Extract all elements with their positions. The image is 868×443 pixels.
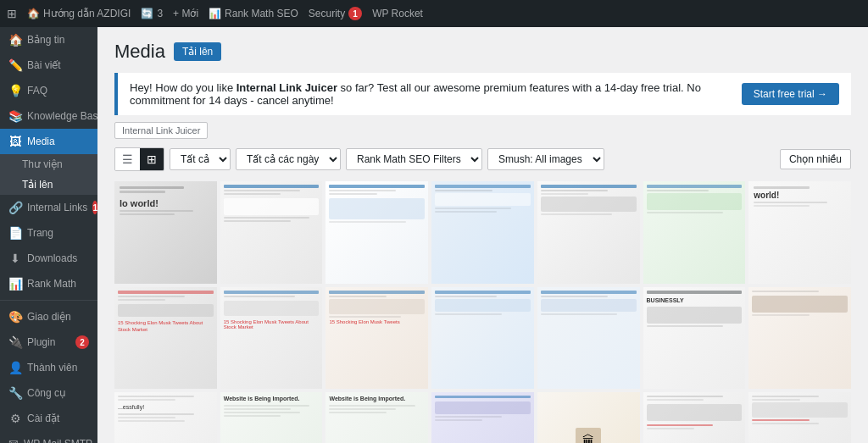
sidebar-item-giao-dien[interactable]: 🎨 Giao diện xyxy=(0,304,97,329)
media-item[interactable] xyxy=(431,287,534,390)
media-item[interactable] xyxy=(643,181,746,284)
sidebar-item-trang[interactable]: 📄 Trang xyxy=(0,220,97,246)
media-item[interactable] xyxy=(537,181,640,284)
page-header: Media Tải lên xyxy=(114,41,851,63)
knowledge-icon: 📚 xyxy=(8,109,22,123)
thanh-vien-icon: 👤 xyxy=(8,361,22,374)
updates-item[interactable]: 🔄 3 xyxy=(141,8,163,19)
media-item[interactable]: BUSINESSLY xyxy=(643,287,746,390)
sidebar-item-wp-mail-smtp[interactable]: ✉ WP Mail SMTP xyxy=(0,431,97,443)
filter-bar: ☰ ⊞ Tất cả Tất cả các ngày Rank Math SEO… xyxy=(114,147,851,171)
plugin-badge: 2 xyxy=(75,335,89,349)
admin-bar: ⊞ 🏠 Hướng dẫn AZDIGI 🔄 3 + Mới 📊 Rank Ma… xyxy=(0,0,868,27)
media-item[interactable]: 15 Shocking Elon Musk Tweets xyxy=(326,287,428,390)
sidebar-item-cai-dat[interactable]: ⚙ Cài đặt xyxy=(0,406,97,431)
media-item[interactable]: 🏛 xyxy=(537,392,640,443)
media-item[interactable] xyxy=(643,392,746,443)
media-grid: lo world! xyxy=(114,181,851,443)
media-item[interactable]: 15 Shocking Elon Musk Tweets About Stock… xyxy=(220,287,323,390)
notice-bar: Hey! How do you like Internal Link Juice… xyxy=(114,73,851,115)
sidebar-item-label: WP Mail SMTP xyxy=(24,438,92,443)
media-item[interactable]: world! xyxy=(748,181,851,284)
date-filter-select[interactable]: Tất cả các ngày xyxy=(236,148,341,170)
notice-source-label: Internal Link Juicer xyxy=(114,122,851,147)
media-item[interactable]: ...essfully! xyxy=(114,392,217,443)
cong-cu-icon: 🔧 xyxy=(8,386,22,400)
rank-math-sidebar-icon: 📊 xyxy=(8,277,22,291)
media-item[interactable] xyxy=(537,287,640,390)
posts-icon: ✏️ xyxy=(8,58,22,72)
sidebar-item-knowledge-base[interactable]: 📚 Knowledge Base xyxy=(0,103,97,129)
media-icon: 🖼 xyxy=(8,135,22,148)
list-view-button[interactable]: ☰ xyxy=(115,148,140,170)
sidebar-item-label: Internal Links xyxy=(27,202,87,213)
wp-rocket-item[interactable]: WP Rocket xyxy=(372,8,423,19)
sidebar: 🏠 Bảng tin ✏️ Bài viết 💡 FAQ 📚 Knowledge… xyxy=(0,27,97,443)
security-badge: 1 xyxy=(348,7,362,20)
content-area: Media Tải lên Hey! How do you like Inter… xyxy=(97,27,868,443)
sidebar-item-label: Thành viên xyxy=(27,362,77,374)
media-item[interactable] xyxy=(748,392,851,443)
media-item[interactable]: 15 Shocking Elon Musk Tweets About Stock… xyxy=(114,287,217,390)
sidebar-item-dashboard[interactable]: 🏠 Bảng tin xyxy=(0,27,97,53)
faq-icon: 💡 xyxy=(8,84,22,97)
sidebar-item-downloads[interactable]: ⬇ Downloads xyxy=(0,246,97,271)
grid-view-button[interactable]: ⊞ xyxy=(140,148,164,170)
sidebar-sub-tai-len[interactable]: Tải lên xyxy=(0,174,97,195)
media-item[interactable] xyxy=(431,181,534,284)
trang-icon: 📄 xyxy=(8,226,22,240)
sidebar-item-media[interactable]: 🖼 Media xyxy=(0,129,97,154)
sidebar-item-label: FAQ xyxy=(27,85,47,97)
sidebar-item-internal-links[interactable]: 🔗 Internal Links 1 xyxy=(0,195,97,220)
rank-math-filter-select[interactable]: Rank Math SEO Filters xyxy=(346,148,482,170)
sidebar-item-plugin[interactable]: 🔌 Plugin 2 xyxy=(0,329,97,355)
media-item[interactable] xyxy=(220,181,323,284)
giao-dien-icon: 🎨 xyxy=(8,310,22,324)
select-many-button[interactable]: Chọn nhiều xyxy=(780,149,851,169)
plugin-icon: 🔌 xyxy=(8,335,22,349)
site-name[interactable]: 🏠 Hướng dẫn AZDIGI xyxy=(27,8,131,19)
sidebar-item-cong-cu[interactable]: 🔧 Công cụ xyxy=(0,380,97,406)
dashboard-icon: 🏠 xyxy=(8,33,22,47)
media-item[interactable] xyxy=(748,287,851,390)
plugin-name-highlight: Internal Link Juicer xyxy=(236,81,337,94)
internal-links-icon: 🔗 xyxy=(8,201,22,214)
sidebar-item-posts[interactable]: ✏️ Bài viết xyxy=(0,53,97,78)
wp-mail-icon: ✉ xyxy=(8,437,19,443)
upload-button[interactable]: Tải lên xyxy=(174,42,221,61)
sidebar-item-label: Trang xyxy=(27,227,53,239)
rank-math-icon: 📊 xyxy=(209,8,221,19)
sidebar-item-label: Knowledge Base xyxy=(27,110,97,122)
media-item[interactable] xyxy=(431,392,534,443)
new-item[interactable]: + Mới xyxy=(173,8,198,19)
home-icon: 🏠 xyxy=(27,8,40,19)
page-title: Media xyxy=(114,41,165,63)
sidebar-item-rank-math[interactable]: 📊 Rank Math xyxy=(0,271,97,296)
rank-math-seo-item[interactable]: 📊 Rank Math SEO xyxy=(209,8,298,19)
view-toggle: ☰ ⊞ xyxy=(114,147,164,171)
media-item[interactable] xyxy=(326,181,428,284)
sidebar-item-label: Bài viết xyxy=(27,59,61,71)
wp-icon: ⊞ xyxy=(7,7,17,20)
sidebar-item-label: Công cụ xyxy=(27,387,66,399)
sidebar-item-faq[interactable]: 💡 FAQ xyxy=(0,78,97,103)
security-item[interactable]: Security 1 xyxy=(309,7,362,20)
sidebar-sub-thu-vien[interactable]: Thư viện xyxy=(0,154,97,174)
sidebar-item-label: Rank Math xyxy=(27,278,76,290)
sidebar-item-label: Bảng tin xyxy=(27,34,64,46)
media-item[interactable]: lo world! xyxy=(114,181,217,284)
all-filter-select[interactable]: Tất cả xyxy=(170,148,231,170)
updates-icon: 🔄 xyxy=(141,8,153,19)
notice-text: Hey! How do you like Internal Link Juice… xyxy=(130,81,733,107)
sidebar-item-label: Cài đặt xyxy=(27,413,59,424)
cai-dat-icon: ⚙ xyxy=(8,412,22,425)
wp-logo[interactable]: ⊞ xyxy=(7,7,17,20)
sidebar-divider xyxy=(0,300,97,301)
media-item[interactable]: Website is Being Imported. xyxy=(326,392,428,443)
sidebar-item-label: Plugin xyxy=(27,336,55,348)
start-trial-button[interactable]: Start free trial → xyxy=(742,83,839,105)
media-item[interactable]: Website is Being Imported. xyxy=(220,392,323,443)
sidebar-item-thanh-vien[interactable]: 👤 Thành viên xyxy=(0,355,97,380)
sidebar-item-label: Media xyxy=(27,136,55,147)
smush-filter-select[interactable]: Smush: All images xyxy=(487,148,604,170)
